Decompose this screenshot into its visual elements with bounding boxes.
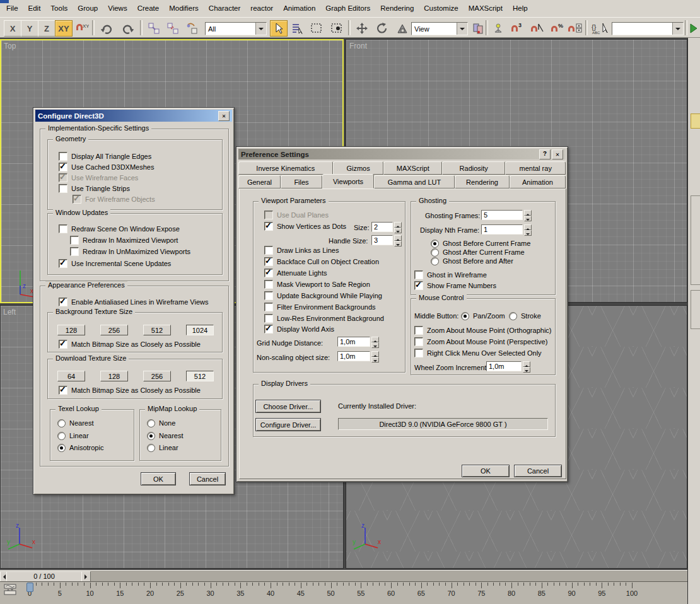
display-nth-frame-spinner[interactable]: 1 xyxy=(481,224,532,236)
checkbox-right-click-menu-selected-only[interactable]: Right Click Menu Over Selected Only xyxy=(414,349,542,357)
tab-files[interactable]: Files xyxy=(281,175,322,189)
select-and-move-button[interactable] xyxy=(353,20,371,37)
trackbar-ruler[interactable]: 0510152025303540455055606570758085909510… xyxy=(0,582,687,604)
checkbox-zoom-about-mouse-perspective[interactable]: Zoom About Mouse Point (Perspective) xyxy=(414,337,547,346)
radio-ghost-after-current-frame[interactable]: Ghost After Current Frame xyxy=(431,248,525,257)
checkbox-ghost-in-wireframe[interactable]: Ghost in Wireframe xyxy=(414,270,487,279)
select-and-manipulate-button[interactable] xyxy=(489,20,507,37)
snaps-xy-icon[interactable]: XY xyxy=(73,20,91,37)
select-object-button[interactable] xyxy=(270,20,288,37)
rectangular-selection-region-button[interactable] xyxy=(308,20,325,37)
menu-create[interactable]: Create xyxy=(132,1,165,16)
time-slider-track[interactable]: 0 / 100 xyxy=(0,570,687,581)
unlink-selection-button[interactable] xyxy=(164,20,182,37)
undo-button[interactable] xyxy=(98,20,116,37)
restrict-z-button[interactable]: Z xyxy=(38,20,55,37)
radio-texel-linear[interactable]: Linear xyxy=(57,431,89,440)
tab-gizmos[interactable]: Gizmos xyxy=(333,161,384,175)
ghosting-frames-spinner[interactable]: 5 xyxy=(481,210,532,221)
menu-edit[interactable]: Edit xyxy=(23,1,46,16)
restrict-y-button[interactable]: Y xyxy=(21,20,38,37)
current-frame-marker[interactable] xyxy=(26,583,33,592)
checkbox-redraw-in-unmaximized-viewports[interactable]: Redraw In UnMaximized Viewports xyxy=(70,247,190,256)
tab-animation[interactable]: Animation xyxy=(510,175,566,189)
checkbox-use-dual-planes[interactable]: Use Dual Planes xyxy=(264,211,329,219)
menu-graph-editors[interactable]: Graph Editors xyxy=(320,1,375,16)
viewport-front-label[interactable]: Front xyxy=(349,42,367,50)
bind-to-space-warp-button[interactable] xyxy=(183,20,201,37)
checkbox-use-triangle-strips[interactable]: Use Triangle Strips xyxy=(59,184,130,193)
use-pivot-center-button[interactable] xyxy=(469,20,487,37)
restrict-xy-plane-button[interactable]: XY xyxy=(55,20,73,37)
menu-group[interactable]: Group xyxy=(73,1,103,16)
schematic-view-button[interactable] xyxy=(687,20,700,37)
checkbox-enable-antialiased-lines[interactable]: Enable Antialiased Lines in Wireframe Vi… xyxy=(59,298,208,306)
tab-rendering[interactable]: Rendering xyxy=(455,175,510,189)
close-icon[interactable]: ✕ xyxy=(218,111,230,121)
checkbox-filter-environment-backgrounds[interactable]: Filter Environment Backgrounds xyxy=(264,303,376,311)
tab-radiosity[interactable]: Radiosity xyxy=(442,161,505,175)
checkbox-display-all-triangle-edges[interactable]: Display All Triangle Edges xyxy=(59,152,151,161)
configure-driver-button[interactable]: Configure Driver... xyxy=(255,418,321,431)
select-by-name-button[interactable] xyxy=(289,20,306,37)
checkbox-show-vertices-as-dots[interactable]: Show Vertices as Dots xyxy=(264,222,346,231)
vertex-size-spinner[interactable]: 2 xyxy=(371,222,402,233)
selection-filter-dropdown[interactable]: All xyxy=(205,22,267,35)
bg-texture-512-button[interactable]: 512 xyxy=(143,325,171,335)
radio-texel-nearest[interactable]: Nearest xyxy=(57,419,94,427)
spinner-arrows-icon[interactable] xyxy=(524,210,532,221)
radio-mipmap-nearest[interactable]: Nearest xyxy=(147,431,184,440)
checkbox-use-cached-d3dxmeshes[interactable]: Use Cached D3DXMeshes xyxy=(59,163,154,171)
spinner-arrows-icon[interactable] xyxy=(371,351,379,363)
dl-texture-64-button[interactable]: 64 xyxy=(57,371,85,381)
choose-driver-button[interactable]: Choose Driver... xyxy=(255,400,321,413)
radio-texel-anisotropic[interactable]: Anisotropic xyxy=(57,443,103,452)
viewport-left-label[interactable]: Left xyxy=(3,308,16,317)
select-and-rotate-button[interactable] xyxy=(373,20,391,37)
help-icon[interactable]: ? xyxy=(539,149,551,160)
configure-cancel-button[interactable]: Cancel xyxy=(189,472,226,485)
menu-animation[interactable]: Animation xyxy=(278,1,320,16)
spinner-arrows-icon[interactable] xyxy=(523,361,530,373)
tab-gamma-and-lut[interactable]: Gamma and LUT xyxy=(374,175,455,189)
redo-button[interactable] xyxy=(119,20,136,37)
menu-help[interactable]: Help xyxy=(508,1,533,16)
checkbox-use-wireframe-faces[interactable]: Use Wireframe Faces xyxy=(59,173,138,182)
dl-texture-512-button[interactable]: 512 xyxy=(186,371,214,381)
select-and-scale-button[interactable] xyxy=(394,20,411,37)
spinner-arrows-icon[interactable] xyxy=(394,222,402,233)
bg-texture-1024-button[interactable]: 1024 xyxy=(186,325,214,335)
viewport-top-label[interactable]: Top xyxy=(4,42,16,50)
menu-character[interactable]: Character xyxy=(204,1,246,16)
checkbox-update-background-while-playing[interactable]: Update Background While Playing xyxy=(264,291,382,300)
restrict-x-button[interactable]: X xyxy=(4,20,21,37)
spinner-arrows-icon[interactable] xyxy=(524,224,532,236)
menu-maxscript[interactable]: MAXScript xyxy=(464,1,508,16)
bg-texture-256-button[interactable]: 256 xyxy=(100,325,128,335)
radio-ghost-before-and-after[interactable]: Ghost Before and After xyxy=(431,257,513,265)
window-crossing-toggle-button[interactable] xyxy=(328,20,346,37)
close-icon[interactable]: ✕ xyxy=(552,149,563,160)
tab-inverse-kinematics[interactable]: Inverse Kinematics xyxy=(238,161,333,175)
checkbox-backface-cull[interactable]: Backface Cull on Object Creation xyxy=(264,257,379,266)
menu-tools[interactable]: Tools xyxy=(45,1,73,16)
angle-snap-toggle-button[interactable] xyxy=(528,20,546,37)
menu-rendering[interactable]: Rendering xyxy=(375,1,419,16)
radio-mipmap-linear[interactable]: Linear xyxy=(147,443,178,452)
tab-viewports[interactable]: Viewports xyxy=(322,174,374,189)
edit-named-selection-sets-button[interactable]: {}ABC xyxy=(590,20,610,37)
named-selection-sets-dropdown[interactable] xyxy=(612,22,684,35)
radio-ghost-before-current-frame[interactable]: Ghost Before Current Frame xyxy=(431,239,530,248)
select-and-link-button[interactable] xyxy=(145,20,163,37)
preference-cancel-button[interactable]: Cancel xyxy=(514,465,562,477)
checkbox-redraw-scene-on-window-expose[interactable]: Redraw Scene On Window Expose xyxy=(59,224,180,233)
checkbox-lowres-environment-background[interactable]: Low-Res Environment Background xyxy=(264,314,384,323)
tab-mental-ray[interactable]: mental ray xyxy=(505,161,566,175)
reference-coordinate-system-dropdown[interactable]: View xyxy=(411,22,468,35)
checkbox-attenuate-lights[interactable]: Attenuate Lights xyxy=(264,269,327,277)
menu-customize[interactable]: Customize xyxy=(419,1,463,16)
radio-mipmap-none[interactable]: None xyxy=(147,419,175,427)
spinner-arrows-icon[interactable] xyxy=(394,235,402,247)
checkbox-for-wireframe-objects[interactable]: For Wireframe Objects xyxy=(73,195,155,204)
configure-dialog-titlebar[interactable]: Configure Direct3D ✕ xyxy=(35,110,232,122)
